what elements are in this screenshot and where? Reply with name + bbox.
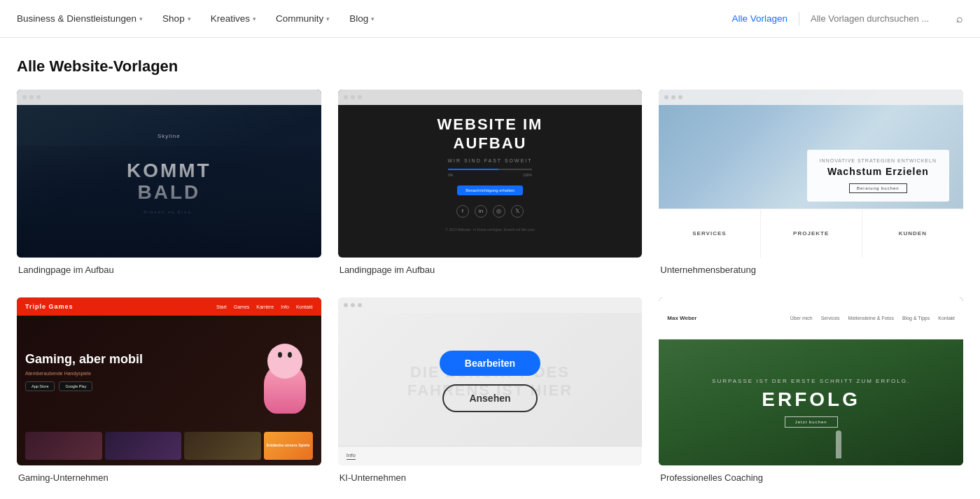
card5-view-button[interactable]: Ansehen xyxy=(442,384,537,412)
page-title: Alle Website-Vorlagen xyxy=(0,38,980,90)
dot-3 xyxy=(358,303,362,307)
dot-2 xyxy=(351,303,355,307)
nav-right: Alle Vorlagen ⌕ xyxy=(732,12,963,26)
nav-label-blog: Blog xyxy=(349,13,368,24)
card3-view-button[interactable]: Ansehen xyxy=(764,176,858,204)
search-icon[interactable]: ⌕ xyxy=(956,13,963,25)
card-nav-bar-1 xyxy=(17,90,321,105)
card-preview-3[interactable]: Innovative Strategien entwickeln Wachstu… xyxy=(659,90,963,258)
dot-1 xyxy=(344,95,348,99)
nav-item-kreatives[interactable]: Kreatives ▾ xyxy=(211,13,256,24)
card2-edit-button[interactable]: Bearbeiten xyxy=(440,143,540,168)
card6-label: Professionelles Coaching xyxy=(659,472,963,483)
chevron-icon-blog: ▾ xyxy=(371,15,374,22)
nav-label-shop: Shop xyxy=(162,13,185,24)
card-nav-bar-5 xyxy=(338,297,643,313)
card5-info-label: Info xyxy=(346,452,356,460)
nav-item-business[interactable]: Business & Dienstleistungen ▾ xyxy=(17,13,143,24)
dot-1 xyxy=(344,303,348,307)
dot-3 xyxy=(678,95,682,99)
template-card-3[interactable]: Innovative Strategien entwickeln Wachstu… xyxy=(659,90,963,275)
template-card-1[interactable]: Skyline KOMMTBALD Dienen zu Eins. Bearbe… xyxy=(17,90,321,275)
card2-view-button[interactable]: Ansehen xyxy=(442,176,537,204)
nav-label-community: Community xyxy=(276,13,323,24)
card5-edit-button[interactable]: Bearbeiten xyxy=(440,351,540,376)
card-preview-1[interactable]: Skyline KOMMTBALD Dienen zu Eins. Bearbe… xyxy=(17,90,321,258)
card2-label: Landingpage im Aufbau xyxy=(338,265,643,275)
dot-2 xyxy=(671,95,676,99)
preview6-text: Surpasse ist der erste schritt zum Erfol… xyxy=(712,378,910,428)
dot-3 xyxy=(36,95,41,99)
templates-grid: Skyline KOMMTBALD Dienen zu Eins. Bearbe… xyxy=(0,90,980,499)
dot-2 xyxy=(351,95,355,99)
dot-2 xyxy=(29,95,34,99)
card6-edit-button[interactable]: Bearbeiten xyxy=(760,351,861,376)
dot-1 xyxy=(664,95,668,99)
nav-item-shop[interactable]: Shop ▾ xyxy=(162,13,191,24)
template-card-2[interactable]: WEBSITE IMAUFBAU WIR SIND FAST SOWEIT 0%… xyxy=(338,90,643,275)
all-templates-link[interactable]: Alle Vorlagen xyxy=(732,13,788,24)
card-nav-bar-2 xyxy=(338,90,643,105)
dot-1 xyxy=(22,95,27,99)
card-nav-bar-3 xyxy=(659,90,963,105)
nav-label-kreatives: Kreatives xyxy=(211,13,250,24)
card-preview-5[interactable]: DIE ZUKUNFT DESFAHRENS IST HIER Bearbeit… xyxy=(338,297,643,465)
card1-view-button[interactable]: Ansehen xyxy=(122,176,216,204)
chevron-icon-shop: ▾ xyxy=(188,15,191,22)
chevron-icon-business: ▾ xyxy=(139,15,143,22)
search-input[interactable] xyxy=(811,13,951,24)
card6-cta[interactable]: Jetzt buchen xyxy=(785,416,838,428)
card4-edit-button[interactable]: Bearbeiten xyxy=(118,351,219,376)
navbar: Business & Dienstleistungen ▾ Shop ▾ Kre… xyxy=(0,0,980,38)
card-preview-4[interactable]: Triple Games Start Games Karriere Info K… xyxy=(17,297,321,465)
card6-title: Erfolg xyxy=(712,388,910,411)
card-preview-6[interactable]: Max Weber Über mich Services Meilenstein… xyxy=(659,297,963,465)
nav-item-community[interactable]: Community ▾ xyxy=(276,13,330,24)
card1-label: Landingpage im Aufbau xyxy=(17,265,321,275)
chevron-icon-kreatives: ▾ xyxy=(253,15,256,22)
card5-label: KI-Unternehmen xyxy=(338,472,643,483)
template-card-4[interactable]: Triple Games Start Games Karriere Info K… xyxy=(17,297,321,483)
nav-label-business: Business & Dienstleistungen xyxy=(17,13,136,24)
card6-tagline: Surpasse ist der erste schritt zum Erfol… xyxy=(712,378,910,384)
card4-view-button[interactable]: Ansehen xyxy=(122,384,216,412)
nav-left: Business & Dienstleistungen ▾ Shop ▾ Kre… xyxy=(17,13,732,24)
nav-item-blog[interactable]: Blog ▾ xyxy=(349,13,374,24)
search-bar[interactable]: ⌕ xyxy=(811,13,963,25)
card3-label: Unternehmensberatung xyxy=(659,265,963,275)
template-card-5[interactable]: DIE ZUKUNFT DESFAHRENS IST HIER Bearbeit… xyxy=(338,297,643,483)
card3-edit-button[interactable]: Bearbeiten xyxy=(760,143,861,168)
chevron-icon-community: ▾ xyxy=(326,15,330,22)
template-card-6[interactable]: Max Weber Über mich Services Meilenstein… xyxy=(659,297,963,483)
card5-overlay: Bearbeiten Ansehen xyxy=(338,297,643,465)
card1-edit-button[interactable]: Bearbeiten xyxy=(118,143,219,168)
nav-divider xyxy=(799,12,799,26)
card5-info-tab: Info xyxy=(338,446,643,465)
card4-label: Gaming-Unternehmen xyxy=(17,472,321,483)
dot-3 xyxy=(358,95,362,99)
card-preview-2[interactable]: WEBSITE IMAUFBAU WIR SIND FAST SOWEIT 0%… xyxy=(338,90,643,258)
